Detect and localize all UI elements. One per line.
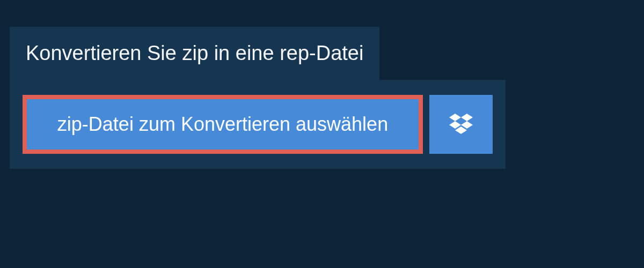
dropbox-button[interactable] (429, 95, 493, 154)
page-title: Konvertieren Sie zip in eine rep-Datei (26, 42, 363, 65)
upload-panel: zip-Datei zum Konvertieren auswählen (10, 80, 506, 169)
select-file-button-label: zip-Datei zum Konvertieren auswählen (57, 113, 388, 135)
dropbox-icon (449, 114, 473, 135)
select-file-button[interactable]: zip-Datei zum Konvertieren auswählen (23, 95, 423, 154)
button-row: zip-Datei zum Konvertieren auswählen (23, 95, 493, 154)
header-bar: Konvertieren Sie zip in eine rep-Datei (10, 27, 379, 80)
